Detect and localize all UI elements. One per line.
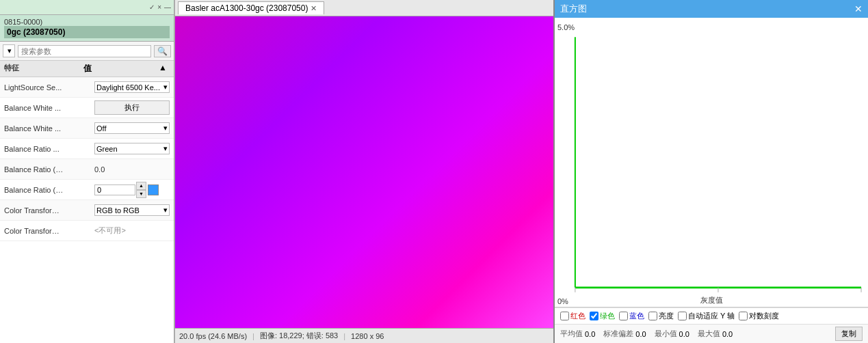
image-status: 图像: 18,229; 错误: 583 [260, 331, 338, 341]
stat-stddev: 标准偏差 0.0 [603, 329, 646, 339]
red-checkbox[interactable] [560, 312, 569, 320]
blue-label: 蓝色 [629, 311, 644, 321]
search-input[interactable] [18, 45, 151, 57]
camera-view [175, 16, 553, 328]
stat-mean-value: 0.0 [585, 330, 595, 338]
chevron-icon2: ▾ [163, 124, 168, 133]
autoadapt-checkbox[interactable] [678, 312, 687, 320]
balance-white-exec-button[interactable]: 执行 [94, 100, 170, 115]
histogram-panel: 直方图 ✕ 5.0% 0% 灰度值 红色 [553, 0, 868, 343]
close-btn[interactable]: — [164, 3, 171, 11]
stat-min-label: 最小值 [655, 329, 677, 339]
balance-ratio-float-value: 0.0 [94, 165, 105, 174]
blue-checkbox-item[interactable]: 蓝色 [619, 311, 644, 321]
feature-balance-ratio-selector: Balance Ratio ... [4, 145, 94, 153]
autoadapt-checkbox-item[interactable]: 自动适应 Y 轴 [678, 311, 735, 321]
brightness-checkbox-item[interactable]: 亮度 [648, 311, 674, 321]
header-scroll: ▲ [159, 63, 170, 74]
tab-close-icon[interactable]: ✕ [311, 4, 317, 13]
stat-stddev-value: 0.0 [635, 330, 646, 338]
left-panel-header: ✓ × — [0, 0, 174, 15]
sep2: | [343, 332, 345, 340]
logscale-checkbox[interactable] [739, 312, 748, 320]
header-feature: 特征 [4, 63, 83, 74]
minimize-btn[interactable]: ✓ [149, 3, 155, 11]
value-balance-white-exec: 执行 [94, 100, 170, 115]
left-panel: ✓ × — 0815-0000) 0gc (23087050) ▾ 🔍 特征 值… [0, 0, 174, 343]
histogram-stats: 平均值 0.0 标准偏差 0.0 最小值 0.0 最大值 0.0 复制 [555, 324, 868, 343]
color-transform2-value: <不可用> [94, 225, 126, 236]
balance-ratio-value: Green [96, 145, 118, 153]
copy-button[interactable]: 复制 [835, 327, 863, 341]
feature-balance-ratio-int: Balance Ratio (… [4, 186, 94, 194]
brightness-label: 亮度 [659, 311, 674, 321]
green-checkbox[interactable] [590, 312, 599, 320]
feature-balance-white-off: Balance White ... [4, 124, 94, 133]
histogram-svg [555, 18, 868, 307]
value-balance-white-off: Off ▾ [94, 122, 170, 134]
fps-status: 20.0 fps (24.6 MB/s) [179, 332, 247, 340]
color-indicator [148, 184, 159, 195]
red-label: 红色 [570, 311, 586, 321]
color-transform-dropdown[interactable]: RGB to RGB ▾ [94, 204, 170, 216]
feature-lightsource: LightSource Se... [4, 83, 94, 92]
param-row-balance-ratio-float: Balance Ratio (… 0.0 [0, 159, 174, 180]
autoadapt-label: 自动适应 Y 轴 [688, 311, 735, 321]
device-section: 0815-0000) 0gc (23087050) [0, 15, 174, 42]
chevron-icon: ▾ [163, 83, 168, 92]
balance-ratio-input[interactable] [94, 184, 135, 195]
search-dropdown[interactable]: ▾ [3, 44, 15, 57]
stat-stddev-label: 标准偏差 [603, 329, 633, 339]
histogram-controls: 红色 绿色 蓝色 亮度 自动适应 Y 轴 对数刻度 [555, 307, 868, 324]
param-row-balance-white-exec: Balance White ... 执行 [0, 98, 174, 118]
value-balance-ratio-int: ▲ ▼ [94, 182, 170, 198]
search-button[interactable]: 🔍 [154, 45, 171, 57]
stat-max: 最大值 0.0 [698, 329, 733, 339]
balance-white-dropdown[interactable]: Off ▾ [94, 122, 170, 134]
param-row-balance-ratio-selector: Balance Ratio ... Green ▾ [0, 139, 174, 159]
balance-ratio-spinbox: ▲ ▼ [94, 182, 146, 198]
logscale-checkbox-item[interactable]: 对数刻度 [739, 311, 779, 321]
tab-label: Basler acA1300-30gc (23087050) [185, 3, 308, 13]
param-row-balance-white-off: Balance White ... Off ▾ [0, 118, 174, 139]
green-label: 绿色 [600, 311, 615, 321]
param-row-lightsource: LightSource Se... Daylight 6500 Ke... ▾ [0, 77, 174, 98]
red-checkbox-item[interactable]: 红色 [560, 311, 586, 321]
value-lightsource: Daylight 6500 Ke... ▾ [94, 81, 170, 93]
maximize-btn[interactable]: × [157, 3, 161, 11]
green-checkbox-item[interactable]: 绿色 [590, 311, 615, 321]
feature-color-transform2: Color Transfor… [4, 227, 94, 235]
histogram-title-label: 直方图 [560, 3, 587, 15]
tab-bar: Basler acA1300-30gc (23087050) ✕ [175, 0, 553, 16]
search-bar: ▾ 🔍 [0, 42, 174, 61]
camera-tab[interactable]: Basler acA1300-30gc (23087050) ✕ [178, 1, 324, 14]
feature-color-transform: Color Transfor… [4, 206, 94, 215]
blue-checkbox[interactable] [619, 312, 628, 320]
spin-up-btn[interactable]: ▲ [136, 182, 146, 190]
chevron-icon4: ▾ [163, 206, 168, 215]
balance-ratio-dropdown[interactable]: Green ▾ [94, 143, 170, 154]
param-table: 特征 值 ▲ LightSource Se... Daylight 6500 K… [0, 61, 174, 343]
histogram-y-min: 0% [557, 297, 568, 305]
feature-balance-white-exec: Balance White ... [4, 104, 94, 112]
header-buttons: ✓ × — [149, 3, 171, 11]
color-transform-value: RGB to RGB [96, 206, 140, 215]
value-balance-ratio-float: 0.0 [94, 165, 170, 174]
device-id: 0815-0000) [4, 18, 170, 26]
header-value: 值 [83, 63, 159, 74]
stat-max-value: 0.0 [722, 330, 733, 338]
param-row-balance-ratio-int: Balance Ratio (… ▲ ▼ [0, 180, 174, 200]
histogram-close-btn[interactable]: ✕ [854, 3, 863, 14]
feature-balance-ratio-float: Balance Ratio (… [4, 165, 94, 174]
histogram-chart: 5.0% 0% 灰度值 [555, 18, 868, 307]
chevron-icon3: ▾ [163, 144, 168, 153]
main-layout: ✓ × — 0815-0000) 0gc (23087050) ▾ 🔍 特征 值… [0, 0, 868, 343]
center-panel: Basler acA1300-30gc (23087050) ✕ 20.0 fp… [174, 0, 553, 343]
histogram-x-label: 灰度值 [700, 295, 723, 305]
spin-buttons: ▲ ▼ [136, 182, 146, 198]
lightsource-dropdown[interactable]: Daylight 6500 Ke... ▾ [94, 81, 170, 93]
brightness-checkbox[interactable] [648, 312, 657, 320]
resolution-status: 1280 x 96 [351, 332, 384, 340]
spin-down-btn[interactable]: ▼ [136, 190, 146, 198]
param-row-color-transform: Color Transfor… RGB to RGB ▾ [0, 200, 174, 221]
